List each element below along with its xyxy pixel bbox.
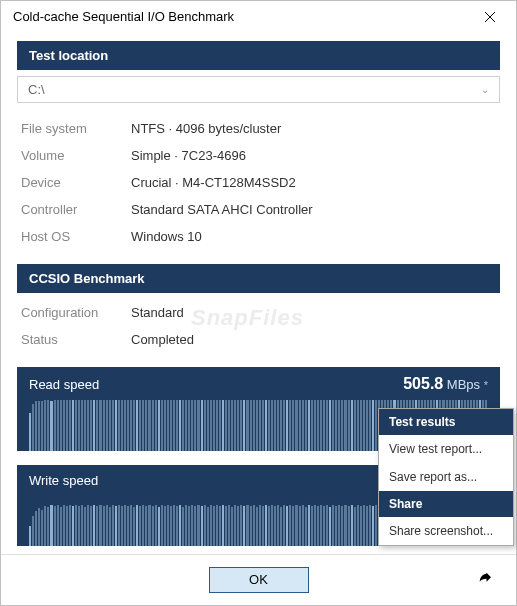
chart-bar [191, 400, 193, 451]
chart-bar [69, 400, 71, 450]
ok-button[interactable]: OK [209, 567, 309, 593]
chart-bar [54, 400, 56, 450]
chart-bar [182, 400, 184, 450]
menu-share-screenshot[interactable]: Share screenshot... [379, 517, 513, 545]
chart-bar [286, 506, 288, 546]
benchmark-info: ConfigurationStandardStatusCompleted [17, 299, 500, 353]
chart-bar [335, 506, 337, 546]
chart-bar [109, 400, 111, 450]
chart-bar [118, 400, 120, 451]
chart-bar [69, 505, 71, 546]
chart-bar [90, 400, 92, 451]
chart-bar [250, 400, 252, 450]
chart-bar [155, 400, 157, 450]
share-button[interactable] [476, 569, 494, 591]
info-value: Standard [131, 305, 184, 320]
close-icon [485, 12, 495, 22]
chart-bar [41, 510, 43, 546]
menu-section-results: Test results [379, 409, 513, 435]
chart-bar [161, 400, 163, 450]
test-location-header: Test location [17, 41, 500, 70]
chart-bar [338, 400, 340, 450]
info-row: Host OSWindows 10 [21, 223, 496, 250]
chart-bar [216, 400, 218, 450]
chart-bar [136, 505, 138, 545]
info-row: ConfigurationStandard [21, 299, 496, 326]
chart-bar [176, 400, 178, 450]
chart-bar [197, 400, 199, 450]
chart-bar [366, 506, 368, 545]
chart-bar [170, 400, 172, 450]
chart-bar [231, 400, 233, 450]
chart-bar [84, 507, 86, 546]
info-label: Host OS [21, 229, 131, 244]
chart-bar [60, 507, 62, 546]
chart-bar [256, 400, 258, 450]
chart-bar [47, 507, 49, 546]
chart-bar [302, 505, 304, 546]
chart-bar [219, 400, 221, 451]
chart-bar [145, 506, 147, 545]
chart-bar [295, 400, 297, 450]
chart-bar [219, 506, 221, 545]
chart-bar [29, 526, 31, 546]
chart-bar [256, 507, 258, 546]
info-value: Simple · 7C23-4696 [131, 148, 246, 163]
location-info: File systemNTFS · 4096 bytes/clusterVolu… [17, 115, 500, 250]
menu-save-report[interactable]: Save report as... [379, 463, 513, 491]
info-label: Status [21, 332, 131, 347]
chart-bar [286, 400, 288, 451]
chart-bar [164, 400, 166, 450]
chart-bar [93, 400, 95, 450]
chart-bar [145, 400, 147, 451]
chart-bar [243, 400, 245, 450]
info-label: Device [21, 175, 131, 190]
chart-bar [78, 400, 80, 451]
chart-bar [372, 400, 374, 450]
menu-view-report[interactable]: View test report... [379, 435, 513, 463]
chart-bar [29, 413, 31, 451]
chart-bar [124, 400, 126, 451]
chart-bar [225, 506, 227, 546]
app-window: Cold-cache Sequential I/O Benchmark Snap… [0, 0, 517, 606]
chart-bar [118, 505, 120, 546]
chart-bar [204, 400, 206, 450]
chart-bar [231, 507, 233, 546]
drive-select[interactable]: C:\ ⌄ [17, 76, 500, 103]
chart-bar [262, 506, 264, 546]
chart-bar [243, 506, 245, 545]
chart-bar [173, 505, 175, 545]
chart-bar [170, 506, 172, 545]
chart-bar [188, 400, 190, 450]
chart-bar [148, 505, 150, 545]
chart-bar [274, 506, 276, 546]
chart-bar [127, 400, 129, 450]
chart-bar [136, 400, 138, 450]
chart-bar [66, 506, 68, 546]
chart-bar [63, 505, 65, 545]
chart-bar [182, 507, 184, 546]
chart-bar [210, 400, 212, 450]
benchmark-header: CCSIO Benchmark [17, 264, 500, 293]
chart-bar [75, 400, 77, 450]
chart-bar [366, 400, 368, 450]
chart-bar [228, 400, 230, 450]
info-value: Crucial · M4-CT128M4SSD2 [131, 175, 296, 190]
info-label: Volume [21, 148, 131, 163]
chart-bar [320, 400, 322, 451]
chart-bar [139, 400, 141, 451]
chart-bar [271, 400, 273, 450]
chart-bar [201, 506, 203, 546]
chart-bar [357, 505, 359, 545]
chart-bar [253, 400, 255, 451]
close-button[interactable] [468, 2, 512, 32]
chart-bar [234, 505, 236, 545]
chart-bar [314, 505, 316, 546]
chart-bar [158, 400, 160, 451]
chart-bar [354, 400, 356, 451]
chart-bar [216, 505, 218, 546]
chart-bar [93, 505, 95, 546]
chart-bar [106, 400, 108, 451]
chart-bar [60, 400, 62, 450]
chart-bar [348, 506, 350, 546]
